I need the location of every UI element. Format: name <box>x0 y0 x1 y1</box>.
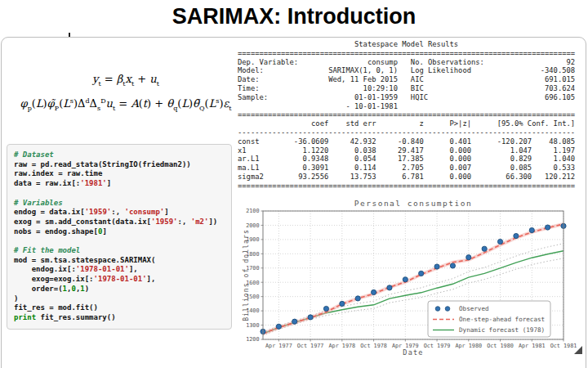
observed-point <box>323 306 328 311</box>
equation-observation: yt = βtxt + ut <box>11 70 240 92</box>
code-line: # Variables <box>14 199 225 209</box>
legend-observed-marker <box>435 307 440 312</box>
svg-text:Oct 1977: Oct 1977 <box>297 343 324 349</box>
page-title: SARIMAX: Introduction <box>0 4 588 29</box>
code-line: raw.index = raw.time <box>14 169 225 179</box>
statespace-results-table: Statespace Model Results ===============… <box>238 40 588 191</box>
svg-text:1200: 1200 <box>246 336 259 343</box>
observed-point <box>276 324 281 329</box>
equation-sarimax: φp(L)φ̃P(Ls)ΔdΔsDut = A(t) + θq(L)θ̃Q(Ls… <box>11 92 240 117</box>
code-line <box>14 236 225 246</box>
equations-block: yt = βtxt + ut φp(L)φ̃P(Ls)ΔdΔsDut = A(t… <box>11 70 240 117</box>
personal-consumption-chart: Apr 1977Oct 1977Apr 1978Oct 1978Apr 1979… <box>242 198 588 361</box>
observed-point <box>529 227 534 232</box>
observed-point <box>292 319 297 324</box>
code-line: ) <box>14 294 225 304</box>
observed-point <box>419 271 424 276</box>
code-line <box>14 189 225 199</box>
observed-point <box>387 285 392 290</box>
observed-point <box>340 301 345 306</box>
chart-title: Personal consumption <box>354 199 472 208</box>
code-line: exog = sm.add_constant(data.ix['1959':, … <box>14 218 225 227</box>
code-line: # Dataset <box>14 150 225 160</box>
code-line: fit_res = mod.fit() <box>14 303 225 313</box>
svg-text:Apr 1980: Apr 1980 <box>455 343 482 349</box>
code-line: print fit_res.summary() <box>14 313 225 323</box>
x-axis-label: Date <box>403 348 423 357</box>
svg-text:2000: 2000 <box>246 222 259 229</box>
observed-point <box>355 296 360 301</box>
code-line: mod = sm.tsa.statespace.SARIMAX( <box>14 256 225 266</box>
code-line: order=(1,0,1) <box>14 285 225 294</box>
legend-label: Dynamic forecast (1978) <box>459 326 545 334</box>
code-line: nobs = endog.shape[0] <box>14 227 225 237</box>
code-line: endog = data.ix['1959':, 'consump'] <box>14 208 225 218</box>
svg-text:Oct 1980: Oct 1980 <box>487 343 514 349</box>
observed-point <box>403 277 408 282</box>
observed-point <box>466 255 471 260</box>
code-line: # Fit the model <box>14 246 225 256</box>
legend-label: One-step-ahead forecast <box>459 316 545 323</box>
legend-observed-marker <box>445 307 450 312</box>
observed-point <box>308 315 313 320</box>
code-line: endog.ix[:'1978-01-01'], <box>14 265 225 275</box>
observed-point <box>434 264 439 269</box>
svg-text:Oct 1978: Oct 1978 <box>360 343 387 349</box>
observed-point <box>482 246 487 251</box>
svg-text:2100: 2100 <box>246 208 259 214</box>
observed-point <box>450 263 455 268</box>
code-line: data = raw.ix[:'1981'] <box>14 179 225 189</box>
code-line: exog=exog.ix[:'1978-01-01'], <box>14 275 225 285</box>
observed-point <box>546 225 550 230</box>
svg-text:Apr 1981: Apr 1981 <box>519 343 546 349</box>
legend: ObservedOne-step-ahead forecastDynamic f… <box>428 301 550 337</box>
svg-text:Oct 1981: Oct 1981 <box>550 343 577 349</box>
svg-text:Oct 1979: Oct 1979 <box>424 343 451 349</box>
resize-grip-icon[interactable] <box>574 346 582 354</box>
y-axis-label: Billions of dollars <box>242 229 250 321</box>
svg-text:Apr 1978: Apr 1978 <box>328 343 355 349</box>
legend-label: Observed <box>459 305 489 312</box>
svg-text:Apr 1977: Apr 1977 <box>265 343 292 349</box>
code-line: raw = pd.read_stata(StringIO(friedman2)) <box>14 160 225 170</box>
observed-point <box>371 289 376 294</box>
text-cursor <box>69 33 70 37</box>
observed-point <box>514 233 519 238</box>
observed-point <box>497 239 502 244</box>
svg-text:1300: 1300 <box>246 322 259 329</box>
code-block: # Datasetraw = pd.read_stata(StringIO(fr… <box>7 144 232 330</box>
